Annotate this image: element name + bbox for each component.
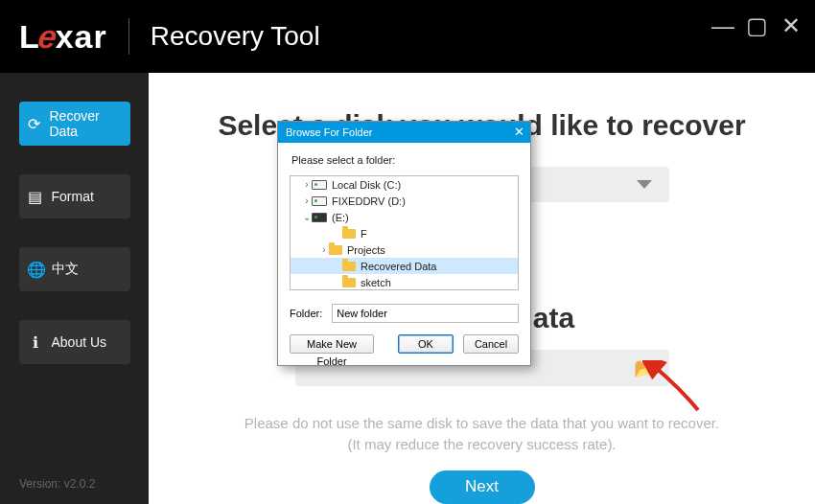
sidebar-item-format[interactable]: ▤ Format bbox=[19, 174, 130, 218]
tree-label: Local Disk (C:) bbox=[332, 179, 401, 191]
folder-icon bbox=[342, 229, 356, 239]
dialog-prompt: Please select a folder: bbox=[278, 143, 530, 175]
format-icon: ▤ bbox=[27, 188, 44, 206]
ok-button[interactable]: OK bbox=[398, 334, 454, 354]
tree-item-selected[interactable]: Recovered Data bbox=[291, 258, 518, 274]
make-new-folder-button[interactable]: Make New Folder bbox=[290, 334, 374, 354]
note-line: Please do not use the same disk to save … bbox=[244, 413, 719, 434]
folder-tree[interactable]: › Local Disk (C:) › FIXEDDRV (D:) ⌄ (E:)… bbox=[290, 175, 519, 290]
globe-icon: 🌐 bbox=[27, 261, 44, 279]
tree-item[interactable]: ⌄ (E:) bbox=[291, 209, 518, 225]
twisty-icon[interactable]: › bbox=[319, 244, 329, 255]
tree-item[interactable]: › Local Disk (C:) bbox=[291, 176, 518, 193]
dialog-title: Browse For Folder bbox=[286, 126, 372, 138]
sidebar-item-label: 中文 bbox=[52, 261, 79, 278]
title-bar: Lexar Recovery Tool — ▢ ✕ bbox=[0, 0, 815, 73]
twisty-icon[interactable]: › bbox=[302, 195, 312, 206]
tree-item[interactable]: sketch bbox=[291, 274, 518, 290]
browse-folder-dialog: Browse For Folder ✕ Please select a fold… bbox=[277, 121, 531, 366]
tree-item[interactable]: › FIXEDDRV (D:) bbox=[291, 193, 518, 209]
sidebar-item-language[interactable]: 🌐 中文 bbox=[19, 247, 130, 291]
info-icon: ℹ bbox=[27, 333, 44, 352]
drive-icon bbox=[312, 196, 327, 206]
folder-name-input[interactable] bbox=[332, 304, 519, 323]
tree-label: Recovered Data bbox=[361, 261, 437, 272]
folder-name-row: Folder: bbox=[278, 290, 530, 329]
brand-accent: e bbox=[35, 18, 59, 56]
sidebar-item-label: Format bbox=[52, 189, 94, 204]
chevron-down-icon bbox=[637, 180, 652, 189]
sidebar-item-recover[interactable]: ⟳ Recover Data bbox=[19, 102, 130, 146]
maximize-icon[interactable]: ▢ bbox=[746, 15, 767, 36]
twisty-icon[interactable]: › bbox=[302, 179, 312, 190]
version-label: Version: v2.0.2 bbox=[19, 477, 95, 491]
sidebar-item-about[interactable]: ℹ About Us bbox=[19, 320, 130, 364]
dialog-close-icon[interactable]: ✕ bbox=[514, 126, 524, 138]
brand-logo: Lexar bbox=[19, 18, 107, 56]
tree-label: (E:) bbox=[332, 212, 349, 223]
folder-icon bbox=[342, 278, 356, 287]
warning-note: Please do not use the same disk to save … bbox=[244, 413, 719, 455]
button-label: Make New Folder bbox=[307, 338, 357, 367]
tree-label: sketch bbox=[361, 277, 391, 288]
tree-item[interactable]: F bbox=[291, 225, 518, 241]
close-icon[interactable]: ✕ bbox=[780, 15, 802, 36]
drive-icon bbox=[312, 213, 327, 222]
tree-label: F bbox=[361, 228, 367, 240]
tree-label: Projects bbox=[347, 244, 385, 256]
cancel-button[interactable]: Cancel bbox=[463, 334, 519, 354]
twisty-icon[interactable]: ⌄ bbox=[302, 212, 312, 222]
window-controls: — ▢ ✕ bbox=[711, 15, 802, 36]
divider bbox=[128, 18, 129, 55]
tree-item[interactable]: › Projects bbox=[291, 241, 518, 258]
dialog-buttons: Make New Folder OK Cancel bbox=[278, 329, 530, 365]
button-label: OK bbox=[418, 338, 433, 350]
recover-icon: ⟳ bbox=[27, 115, 42, 133]
folder-icon bbox=[329, 245, 342, 255]
button-label: Cancel bbox=[475, 338, 507, 350]
open-folder-icon[interactable]: 📂 bbox=[634, 356, 658, 379]
sidebar: ⟳ Recover Data ▤ Format 🌐 中文 ℹ About Us … bbox=[0, 73, 149, 504]
dialog-titlebar[interactable]: Browse For Folder ✕ bbox=[278, 122, 530, 143]
sidebar-item-label: Recover Data bbox=[49, 108, 122, 139]
note-line: (It may reduce the recovery success rate… bbox=[244, 434, 719, 455]
drive-icon bbox=[312, 180, 327, 190]
next-button[interactable]: Next bbox=[430, 470, 535, 504]
tree-label: FIXEDDRV (D:) bbox=[332, 195, 406, 207]
sidebar-item-label: About Us bbox=[52, 334, 107, 350]
tool-title: Recovery Tool bbox=[151, 21, 320, 52]
folder-icon bbox=[342, 262, 356, 271]
folder-label: Folder: bbox=[290, 308, 322, 319]
next-label: Next bbox=[465, 477, 499, 496]
minimize-icon[interactable]: — bbox=[711, 15, 733, 36]
